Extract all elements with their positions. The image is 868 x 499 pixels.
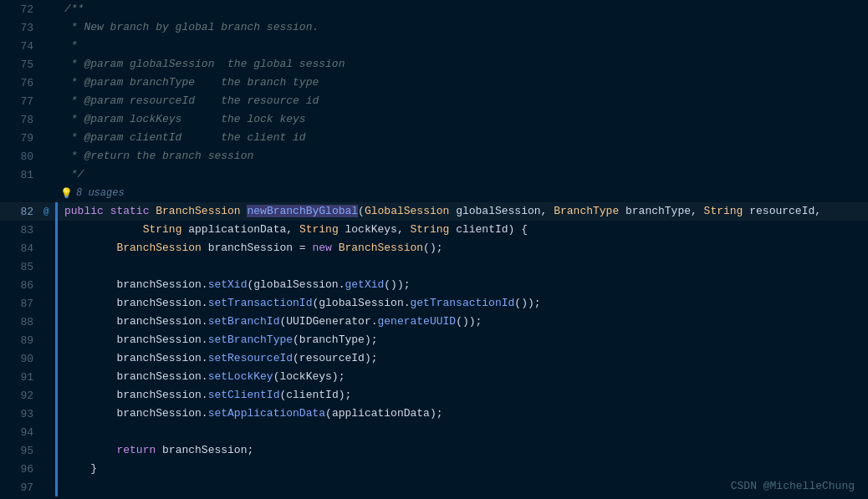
code-tokens: * @param lockKeys the lock keys [58,110,868,129]
code-editor: 72/**73 * New branch by global branch se… [0,0,868,499]
plain-token: branchSession. [64,297,208,309]
line-number: 92 [0,390,43,402]
plain-token: } [64,462,97,475]
code-tokens: branchSession.setBranchType(branchType); [58,331,868,349]
comment-token: * @param lockKeys the lock keys [64,113,306,125]
plain-token: ()); [514,297,540,309]
type-token: String [299,223,339,236]
call-token: setBranchId [208,315,280,328]
code-line: 90 branchSession.setResourceId(resourceI… [0,349,868,368]
comment-token: * @param branchType the branch type [64,76,319,89]
type-token: String [411,223,450,236]
code-tokens: BranchSession branchSession = new Branch… [58,239,868,257]
plain-token [104,205,110,217]
code-line: 83 String applicationData, String lockKe… [0,221,868,239]
line-number: 96 [0,463,43,476]
call-token: setLockKey [208,370,273,383]
line-number: 84 [0,242,43,255]
code-tokens: * [58,37,868,55]
line-number: 85 [0,261,43,273]
call-token: getTransactionId [411,297,515,309]
plain-token [64,223,143,236]
code-line: 94 [0,423,868,441]
code-line: 96 } [0,460,868,478]
line-number: 80 [0,150,43,163]
code-line: 79 * @param clientId the client id [0,129,868,147]
type-token: BranchSession [156,205,240,217]
plain-token: (); [423,242,442,254]
code-tokens: branchSession.setTransactionId(globalSes… [58,294,868,313]
code-line: 89 branchSession.setBranchType(branchTyp… [0,331,868,349]
call-token: setApplicationData [208,407,325,420]
code-tokens: branchSession.setResourceId(resourceId); [58,349,868,368]
plain-token: (clientId); [279,389,351,401]
code-line: 73 * New branch by global branch session… [0,18,868,37]
line-number: 78 [0,114,43,126]
code-tokens [58,423,868,441]
call-token: generateUUID [378,315,457,328]
line-number: 82 [0,206,43,218]
plain-token: (globalSession. [247,278,345,291]
line-number: 76 [0,77,43,89]
type-token: BranchSession [116,242,201,254]
type-token: GlobalSession [365,205,449,217]
line-number: 81 [0,169,43,181]
line-number: 91 [0,371,43,384]
line-number: 83 [0,224,43,237]
code-line: 86 branchSession.setXid(globalSession.ge… [0,276,868,294]
comment-token: /** [64,3,84,15]
call-token: getXid [345,278,384,291]
call-token: setResourceId [208,352,293,364]
call-token: setTransactionId [208,297,313,309]
code-tokens [58,257,868,276]
plain-token: (UUIDGenerator. [279,315,377,328]
plain-token: (branchType); [293,334,377,346]
line-number: 88 [0,316,43,328]
line-number: 86 [0,279,43,292]
code-line: 78 * @param lockKeys the lock keys [0,110,868,129]
code-tokens: branchSession.setBranchId(UUIDGenerator.… [58,313,868,331]
code-tokens: branchSession.setXid(globalSession.getXi… [58,276,868,294]
plain-token: branchSession. [64,370,208,383]
type-token: BranchSession [339,242,423,254]
plain-token: branchSession. [64,334,208,346]
call-token: setXid [208,278,248,291]
code-line: 85 [0,257,868,276]
plain-token: applicationData, [181,223,299,236]
comment-token: * @return the branch session [64,150,253,162]
plain-token: ()); [456,315,482,328]
method-highlight-token: newBranchByGlobal [247,205,358,217]
keyword-token: static [110,205,150,217]
code-line: 81 */ [0,165,868,184]
code-line: 77 * @param resourceId the resource id [0,92,868,110]
code-tokens: * @param globalSession the global sessio… [58,55,868,74]
plain-token [64,444,116,456]
code-line: 95 return branchSession; [0,441,868,460]
type-token: String [143,223,182,236]
code-tokens: * New branch by global branch session. [58,18,868,37]
line-number: 72 [0,3,43,16]
call-token: setClientId [208,389,280,401]
code-line: 84 BranchSession branchSession = new Bra… [0,239,868,257]
code-line: 74 * [0,37,868,55]
keyword-token: public [64,205,104,217]
plain-token: branchSession. [64,315,208,328]
line-number: 87 [0,298,43,310]
plain-token: (lockKeys); [273,370,345,383]
line-number: 94 [0,426,43,439]
code-tokens: branchSession.setClientId(clientId); [58,386,868,405]
code-line: 75 * @param globalSession the global ses… [0,55,868,74]
breakpoint-icon: @ [43,206,55,216]
comment-token: * @param clientId the client id [64,131,306,144]
plain-token: branchSession; [156,444,253,456]
line-number: 73 [0,22,43,34]
line-number: 74 [0,40,43,53]
code-line: 88 branchSession.setBranchId(UUIDGenerat… [0,313,868,331]
line-number: 89 [0,334,43,347]
plain-token: clientId) { [449,223,528,236]
plain-token: branchSession. [64,278,208,291]
code-tokens: * @param branchType the branch type [58,74,868,92]
usages-hint: 💡8 usages [0,184,868,202]
plain-token: (globalSession. [312,297,410,309]
code-line: 80 * @return the branch session [0,147,868,165]
